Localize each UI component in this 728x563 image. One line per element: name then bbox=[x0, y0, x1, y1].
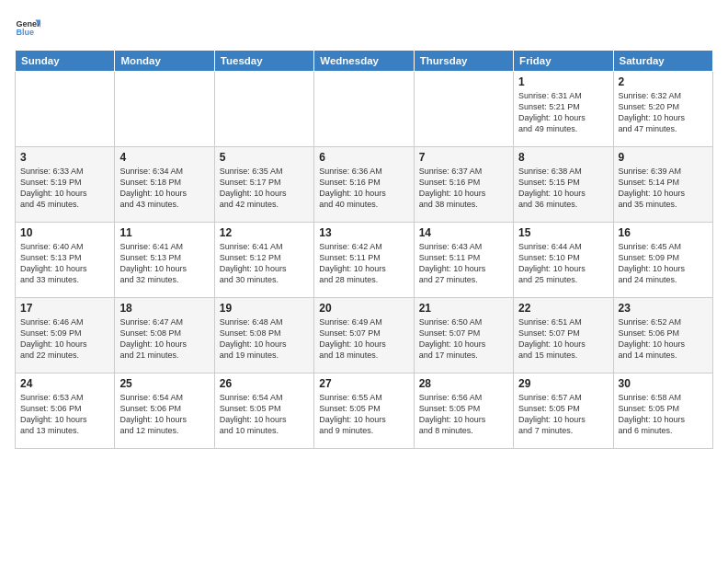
calendar-day-10: 10Sunrise: 6:40 AM Sunset: 5:13 PM Dayli… bbox=[16, 223, 115, 298]
calendar-day-29: 29Sunrise: 6:57 AM Sunset: 5:05 PM Dayli… bbox=[514, 373, 613, 449]
calendar-table: SundayMondayTuesdayWednesdayThursdayFrid… bbox=[15, 50, 713, 449]
calendar-day-empty bbox=[214, 72, 313, 147]
calendar-day-5: 5Sunrise: 6:35 AM Sunset: 5:17 PM Daylig… bbox=[214, 147, 313, 223]
day-info: Sunrise: 6:32 AM Sunset: 5:20 PM Dayligh… bbox=[619, 90, 708, 135]
day-number: 22 bbox=[518, 302, 608, 315]
calendar-day-14: 14Sunrise: 6:43 AM Sunset: 5:11 PM Dayli… bbox=[414, 223, 513, 298]
calendar-header-thursday: Thursday bbox=[414, 51, 513, 72]
calendar-day-13: 13Sunrise: 6:42 AM Sunset: 5:11 PM Dayli… bbox=[314, 223, 414, 298]
day-number: 19 bbox=[220, 302, 309, 315]
calendar-header-wednesday: Wednesday bbox=[314, 51, 414, 72]
day-info: Sunrise: 6:49 AM Sunset: 5:07 PM Dayligh… bbox=[319, 316, 408, 362]
calendar-day-4: 4Sunrise: 6:34 AM Sunset: 5:18 PM Daylig… bbox=[115, 147, 214, 223]
day-info: Sunrise: 6:35 AM Sunset: 5:17 PM Dayligh… bbox=[220, 166, 309, 211]
calendar-body: 1Sunrise: 6:31 AM Sunset: 5:21 PM Daylig… bbox=[16, 72, 713, 449]
day-info: Sunrise: 6:58 AM Sunset: 5:05 PM Dayligh… bbox=[619, 392, 708, 437]
day-info: Sunrise: 6:38 AM Sunset: 5:15 PM Dayligh… bbox=[518, 166, 608, 211]
day-info: Sunrise: 6:55 AM Sunset: 5:05 PM Dayligh… bbox=[319, 392, 408, 437]
day-info: Sunrise: 6:37 AM Sunset: 5:16 PM Dayligh… bbox=[419, 166, 508, 211]
calendar-day-9: 9Sunrise: 6:39 AM Sunset: 5:14 PM Daylig… bbox=[613, 147, 712, 223]
calendar-week-1: 1Sunrise: 6:31 AM Sunset: 5:21 PM Daylig… bbox=[16, 72, 713, 147]
calendar-day-11: 11Sunrise: 6:41 AM Sunset: 5:13 PM Dayli… bbox=[115, 223, 214, 298]
day-info: Sunrise: 6:47 AM Sunset: 5:08 PM Dayligh… bbox=[119, 316, 209, 362]
calendar-day-26: 26Sunrise: 6:54 AM Sunset: 5:05 PM Dayli… bbox=[214, 373, 313, 449]
calendar-day-16: 16Sunrise: 6:45 AM Sunset: 5:09 PM Dayli… bbox=[613, 223, 712, 298]
day-info: Sunrise: 6:34 AM Sunset: 5:18 PM Dayligh… bbox=[119, 166, 209, 211]
calendar-day-17: 17Sunrise: 6:46 AM Sunset: 5:09 PM Dayli… bbox=[16, 298, 115, 373]
day-info: Sunrise: 6:57 AM Sunset: 5:05 PM Dayligh… bbox=[518, 392, 608, 437]
day-number: 6 bbox=[319, 151, 408, 164]
calendar-day-22: 22Sunrise: 6:51 AM Sunset: 5:07 PM Dayli… bbox=[514, 298, 613, 373]
day-number: 2 bbox=[619, 75, 708, 88]
day-number: 18 bbox=[119, 302, 209, 315]
calendar-header-sunday: Sunday bbox=[16, 51, 115, 72]
day-number: 17 bbox=[20, 302, 109, 315]
calendar-day-7: 7Sunrise: 6:37 AM Sunset: 5:16 PM Daylig… bbox=[414, 147, 513, 223]
day-number: 11 bbox=[119, 226, 209, 239]
day-info: Sunrise: 6:33 AM Sunset: 5:19 PM Dayligh… bbox=[20, 166, 109, 211]
day-info: Sunrise: 6:52 AM Sunset: 5:06 PM Dayligh… bbox=[619, 316, 708, 362]
day-info: Sunrise: 6:46 AM Sunset: 5:09 PM Dayligh… bbox=[20, 316, 109, 362]
calendar-week-5: 24Sunrise: 6:53 AM Sunset: 5:06 PM Dayli… bbox=[16, 373, 713, 449]
day-number: 28 bbox=[419, 377, 508, 390]
calendar-day-empty bbox=[115, 72, 214, 147]
calendar-day-30: 30Sunrise: 6:58 AM Sunset: 5:05 PM Dayli… bbox=[613, 373, 712, 449]
calendar-header-row: SundayMondayTuesdayWednesdayThursdayFrid… bbox=[16, 51, 713, 72]
day-number: 20 bbox=[319, 302, 408, 315]
day-info: Sunrise: 6:53 AM Sunset: 5:06 PM Dayligh… bbox=[20, 392, 109, 437]
day-info: Sunrise: 6:41 AM Sunset: 5:12 PM Dayligh… bbox=[220, 241, 309, 286]
calendar-day-empty bbox=[16, 72, 115, 147]
calendar-day-1: 1Sunrise: 6:31 AM Sunset: 5:21 PM Daylig… bbox=[514, 72, 613, 147]
calendar-day-8: 8Sunrise: 6:38 AM Sunset: 5:15 PM Daylig… bbox=[514, 147, 613, 223]
calendar-day-2: 2Sunrise: 6:32 AM Sunset: 5:20 PM Daylig… bbox=[613, 72, 712, 147]
day-info: Sunrise: 6:48 AM Sunset: 5:08 PM Dayligh… bbox=[220, 316, 309, 362]
day-info: Sunrise: 6:36 AM Sunset: 5:16 PM Dayligh… bbox=[319, 166, 408, 211]
day-info: Sunrise: 6:42 AM Sunset: 5:11 PM Dayligh… bbox=[319, 241, 408, 286]
calendar-day-23: 23Sunrise: 6:52 AM Sunset: 5:06 PM Dayli… bbox=[613, 298, 712, 373]
day-number: 1 bbox=[518, 75, 608, 88]
day-info: Sunrise: 6:40 AM Sunset: 5:13 PM Dayligh… bbox=[20, 241, 109, 286]
day-number: 7 bbox=[419, 151, 508, 164]
day-number: 9 bbox=[619, 151, 708, 164]
day-number: 15 bbox=[518, 226, 608, 239]
day-number: 8 bbox=[518, 151, 608, 164]
day-info: Sunrise: 6:44 AM Sunset: 5:10 PM Dayligh… bbox=[518, 241, 608, 286]
calendar-day-3: 3Sunrise: 6:33 AM Sunset: 5:19 PM Daylig… bbox=[16, 147, 115, 223]
day-info: Sunrise: 6:50 AM Sunset: 5:07 PM Dayligh… bbox=[419, 316, 508, 362]
day-number: 25 bbox=[119, 377, 209, 390]
day-number: 3 bbox=[20, 151, 109, 164]
page: General Blue SundayMondayTuesdayWednesda… bbox=[0, 0, 728, 563]
day-info: Sunrise: 6:41 AM Sunset: 5:13 PM Dayligh… bbox=[119, 241, 209, 286]
day-number: 24 bbox=[20, 377, 109, 390]
day-number: 5 bbox=[220, 151, 309, 164]
calendar-day-18: 18Sunrise: 6:47 AM Sunset: 5:08 PM Dayli… bbox=[115, 298, 214, 373]
day-number: 26 bbox=[220, 377, 309, 390]
day-number: 29 bbox=[518, 377, 608, 390]
calendar-header-saturday: Saturday bbox=[613, 51, 712, 72]
calendar-day-6: 6Sunrise: 6:36 AM Sunset: 5:16 PM Daylig… bbox=[314, 147, 414, 223]
calendar-day-20: 20Sunrise: 6:49 AM Sunset: 5:07 PM Dayli… bbox=[314, 298, 414, 373]
calendar-day-empty bbox=[314, 72, 414, 147]
day-info: Sunrise: 6:56 AM Sunset: 5:05 PM Dayligh… bbox=[419, 392, 508, 437]
day-number: 21 bbox=[419, 302, 508, 315]
day-number: 16 bbox=[619, 226, 708, 239]
calendar-day-12: 12Sunrise: 6:41 AM Sunset: 5:12 PM Dayli… bbox=[214, 223, 313, 298]
day-info: Sunrise: 6:45 AM Sunset: 5:09 PM Dayligh… bbox=[619, 241, 708, 286]
day-info: Sunrise: 6:54 AM Sunset: 5:05 PM Dayligh… bbox=[220, 392, 309, 437]
day-info: Sunrise: 6:39 AM Sunset: 5:14 PM Dayligh… bbox=[619, 166, 708, 211]
day-number: 23 bbox=[619, 302, 708, 315]
calendar-day-21: 21Sunrise: 6:50 AM Sunset: 5:07 PM Dayli… bbox=[414, 298, 513, 373]
logo: General Blue bbox=[15, 15, 40, 40]
header: General Blue bbox=[15, 15, 713, 40]
calendar-header-friday: Friday bbox=[514, 51, 613, 72]
day-number: 30 bbox=[619, 377, 708, 390]
calendar-header-monday: Monday bbox=[115, 51, 214, 72]
day-number: 4 bbox=[119, 151, 209, 164]
calendar-day-25: 25Sunrise: 6:54 AM Sunset: 5:06 PM Dayli… bbox=[115, 373, 214, 449]
day-info: Sunrise: 6:51 AM Sunset: 5:07 PM Dayligh… bbox=[518, 316, 608, 362]
day-number: 12 bbox=[220, 226, 309, 239]
calendar-day-empty bbox=[414, 72, 513, 147]
calendar-week-3: 10Sunrise: 6:40 AM Sunset: 5:13 PM Dayli… bbox=[16, 223, 713, 298]
calendar-week-2: 3Sunrise: 6:33 AM Sunset: 5:19 PM Daylig… bbox=[16, 147, 713, 223]
calendar-day-19: 19Sunrise: 6:48 AM Sunset: 5:08 PM Dayli… bbox=[214, 298, 313, 373]
